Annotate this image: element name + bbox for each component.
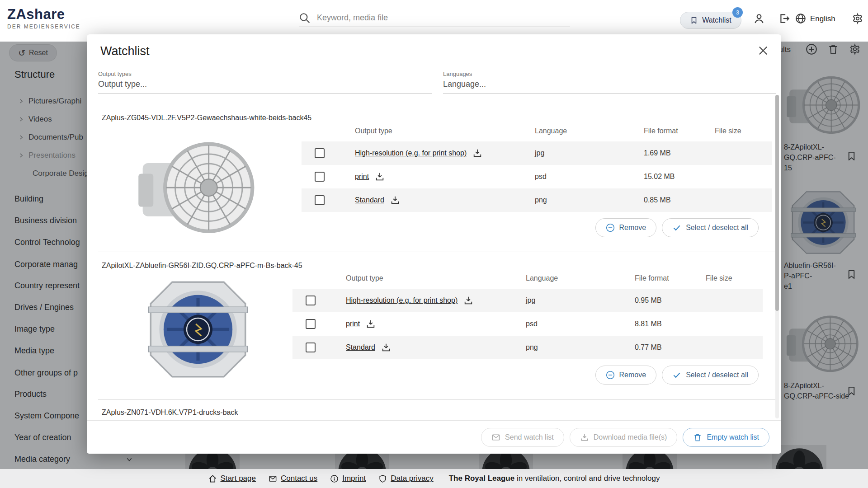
table-header: Output type Language File format File si… bbox=[302, 120, 772, 141]
footer-link-label: Contact us bbox=[281, 474, 317, 483]
info-icon bbox=[330, 474, 339, 483]
close-icon[interactable] bbox=[757, 44, 769, 57]
download-icon[interactable] bbox=[375, 172, 385, 182]
footer-tagline-bold: The Royal League bbox=[449, 474, 514, 483]
send-watch-list-button[interactable]: Send watch list bbox=[481, 428, 564, 447]
row-checkbox[interactable] bbox=[306, 319, 316, 329]
select-label: Select / deselect all bbox=[686, 224, 748, 232]
home-icon bbox=[208, 474, 217, 483]
download-icon[interactable] bbox=[366, 319, 376, 329]
output-type-link[interactable]: Standard bbox=[355, 196, 384, 204]
item-actions: Remove Select / deselect all bbox=[595, 366, 759, 385]
select-deselect-all-button[interactable]: Select / deselect all bbox=[662, 218, 759, 237]
search-input[interactable] bbox=[317, 13, 570, 23]
download-media-files-button[interactable]: Download media file(s) bbox=[570, 428, 678, 447]
remove-button[interactable]: Remove bbox=[595, 366, 657, 385]
footer-link-contact-us[interactable]: Contact us bbox=[269, 474, 317, 483]
settings-gear-icon[interactable] bbox=[852, 13, 863, 24]
table-row: print Valid for all languages psd 15.02 … bbox=[302, 165, 772, 188]
row-file-format: psd bbox=[535, 173, 644, 181]
remove-button[interactable]: Remove bbox=[595, 218, 657, 237]
col-file-format: File format bbox=[635, 274, 706, 282]
select-label: Select / deselect all bbox=[686, 371, 748, 379]
modal-scrollbar-thumb[interactable] bbox=[775, 95, 779, 311]
language-filter-label: Languages bbox=[443, 70, 776, 77]
empty-label: Empty watch list bbox=[707, 433, 759, 441]
check-icon bbox=[672, 371, 681, 380]
download-label: Download media file(s) bbox=[594, 433, 667, 441]
row-checkbox[interactable] bbox=[315, 148, 325, 158]
footer-link-label: Data privacy bbox=[391, 474, 433, 483]
output-type-filter-value: Output type... bbox=[98, 80, 432, 89]
col-file-size: File size bbox=[715, 127, 772, 135]
watchlist-button[interactable]: Watchlist bbox=[680, 12, 741, 29]
logout-icon[interactable] bbox=[778, 13, 790, 24]
remove-label: Remove bbox=[619, 371, 646, 379]
watchlist-label: Watchlist bbox=[702, 16, 731, 24]
mail-icon bbox=[269, 474, 277, 483]
row-file-size: 0.85 MB bbox=[644, 196, 715, 204]
output-type-filter[interactable]: Output types Output type... bbox=[98, 70, 432, 94]
watchlist-badge: 3 bbox=[732, 7, 743, 18]
output-type-link[interactable]: High-resolution (e.g. for print shop) bbox=[355, 149, 467, 157]
shield-icon bbox=[378, 474, 387, 483]
check-icon bbox=[672, 223, 681, 232]
col-file-size: File size bbox=[706, 274, 763, 282]
output-type-link[interactable]: High-resolution (e.g. for print shop) bbox=[346, 296, 458, 305]
footer-link-imprint[interactable]: Imprint bbox=[330, 474, 366, 483]
row-checkbox[interactable] bbox=[306, 343, 316, 352]
item-actions: Remove Select / deselect all bbox=[595, 218, 759, 237]
col-output-type: Output type bbox=[355, 127, 535, 135]
table-row: Standard Valid for all languages png 0.8… bbox=[302, 188, 772, 212]
download-icon[interactable] bbox=[381, 343, 391, 352]
mail-icon bbox=[491, 433, 500, 442]
minus-circle-icon bbox=[606, 371, 615, 380]
user-icon[interactable] bbox=[753, 13, 765, 24]
watchlist-modal: Watchlist Output types Output type... La… bbox=[87, 34, 781, 454]
divider bbox=[98, 252, 776, 252]
logo-share: share bbox=[26, 6, 65, 22]
row-file-size: 0.77 MB bbox=[635, 343, 706, 352]
col-file-format: File format bbox=[644, 127, 715, 135]
download-icon[interactable] bbox=[472, 148, 482, 158]
bookmark-icon bbox=[690, 16, 698, 24]
row-checkbox[interactable] bbox=[315, 172, 325, 182]
minus-circle-icon bbox=[606, 223, 615, 232]
col-output-type: Output type bbox=[346, 274, 526, 282]
footer-link-label: Imprint bbox=[342, 474, 366, 483]
row-checkbox[interactable] bbox=[315, 195, 325, 205]
logo[interactable]: ZAshare DER MEDIENSERVICE bbox=[7, 6, 80, 30]
output-type-link[interactable]: print bbox=[346, 320, 360, 328]
table-row: Standard Valid for all languages png 0.7… bbox=[292, 336, 763, 359]
footer-link-start-page[interactable]: Start page bbox=[208, 474, 256, 483]
output-type-link[interactable]: Standard bbox=[346, 343, 375, 352]
table-row: print Valid for all languages psd 8.81 M… bbox=[292, 312, 763, 336]
language-filter-value: Language... bbox=[443, 80, 776, 89]
watchlist-item-name: ZAplus-ZG045-VDL.2F.V5P2-Gewaechshaus-wh… bbox=[102, 114, 311, 122]
footer-link-data-privacy[interactable]: Data privacy bbox=[378, 474, 433, 483]
watchlist-item-name: ZAplus-ZN071-VDH.6K.V7P1-drucks-back bbox=[102, 408, 238, 417]
select-deselect-all-button[interactable]: Select / deselect all bbox=[662, 366, 759, 385]
send-label: Send watch list bbox=[505, 433, 554, 441]
empty-watch-list-button[interactable]: Empty watch list bbox=[683, 428, 769, 447]
watchlist-item-table: Output type Language File format File si… bbox=[292, 267, 763, 359]
row-checkbox[interactable] bbox=[306, 296, 316, 305]
row-file-format: png bbox=[535, 196, 644, 204]
language-selector[interactable]: English bbox=[810, 14, 835, 23]
logo-za: ZA bbox=[7, 6, 26, 22]
row-file-format: psd bbox=[526, 320, 635, 328]
output-type-link[interactable]: print bbox=[355, 173, 369, 181]
col-language: Language bbox=[526, 274, 635, 282]
table-row: High-resolution (e.g. for print shop) Va… bbox=[292, 289, 763, 312]
download-icon[interactable] bbox=[390, 195, 400, 205]
language-filter[interactable]: Languages Language... bbox=[443, 70, 776, 94]
logo-tagline: DER MEDIENSERVICE bbox=[7, 23, 80, 30]
globe-icon[interactable] bbox=[795, 13, 807, 24]
row-file-size: 8.81 MB bbox=[635, 320, 706, 328]
search-icon[interactable] bbox=[299, 12, 311, 24]
trash-icon bbox=[693, 433, 702, 442]
row-file-format: png bbox=[526, 343, 635, 352]
row-file-size: 15.02 MB bbox=[644, 173, 715, 181]
download-icon[interactable] bbox=[463, 296, 473, 305]
table-header: Output type Language File format File si… bbox=[292, 267, 763, 289]
